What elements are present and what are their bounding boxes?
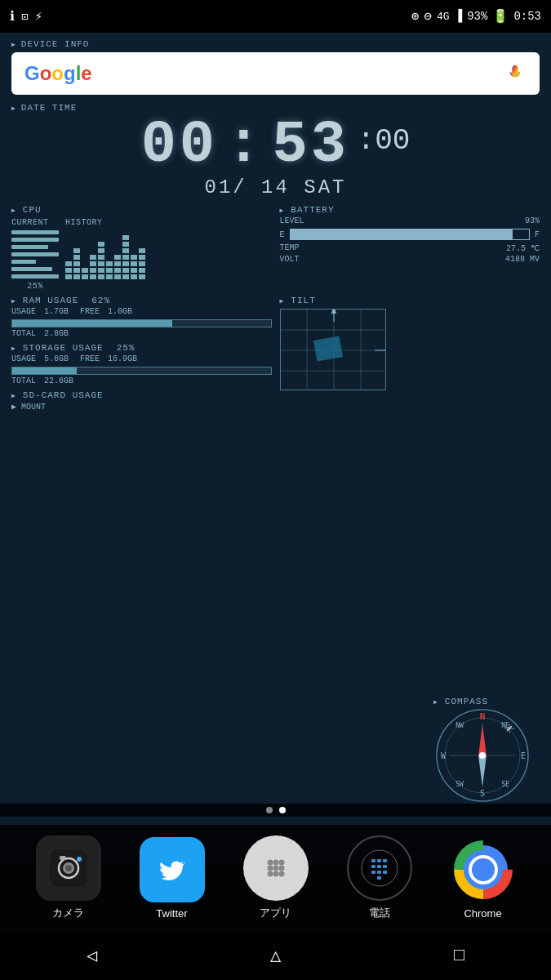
signal-icon: 4G	[437, 11, 450, 23]
storage-total-text: TOTAL 22.6GB	[11, 376, 272, 385]
svg-point-36	[77, 857, 82, 862]
info-icon: ℹ	[10, 8, 15, 24]
home-button[interactable]: △	[251, 939, 300, 972]
ram-section: RAM USAGE 62% USAGE 1.7GB FREE 1.0GB TOT…	[11, 296, 272, 338]
compass-svg: N S W E NE NW SE SW	[433, 706, 531, 804]
hcol-1	[65, 261, 72, 279]
svg-rect-51	[383, 859, 387, 862]
ram-total-text: TOTAL 2.8GB	[11, 329, 272, 338]
hcol-8	[122, 235, 129, 279]
svg-rect-50	[377, 859, 381, 862]
chrome-icon[interactable]	[451, 837, 516, 902]
compass-section: COMPASS N S W E NE NW SE	[433, 697, 540, 808]
dock-item-apps[interactable]: アプリ	[243, 835, 309, 920]
mic-icon[interactable]	[504, 62, 527, 85]
dock-item-chrome[interactable]: Chrome	[451, 837, 516, 920]
back-button[interactable]: ◁	[68, 939, 117, 972]
ram-progress-bg	[11, 319, 272, 327]
dnd-icon: ⊖	[424, 8, 432, 24]
right-tilt-col: TILT	[280, 296, 540, 416]
ram-tilt-row: RAM USAGE 62% USAGE 1.7GB FREE 1.0GB TOT…	[11, 296, 540, 416]
svg-point-45	[267, 871, 273, 877]
status-bar: ℹ ⊡ ⚡ ⊕ ⊖ 4G ▐ 93% 🔋 0:53	[0, 0, 551, 33]
cpu-current-area: CURRENT 25%	[11, 218, 59, 291]
battery-info: TEMP 27.5 ℃ VOLT 4188 MV	[280, 243, 540, 264]
battery-icon: 🔋	[492, 8, 509, 24]
camera-icon[interactable]	[36, 835, 101, 901]
phone-icon[interactable]	[347, 835, 412, 901]
storage-usage-text: USAGE 5.6GB FREE 16.9GB	[11, 354, 272, 363]
tilt-grid-svg	[281, 310, 386, 390]
svg-text:E: E	[521, 751, 526, 760]
clock-hours: 00	[141, 112, 218, 179]
svg-marker-11	[331, 310, 336, 314]
chrome-label: Chrome	[464, 907, 501, 920]
svg-rect-56	[377, 871, 381, 874]
svg-point-41	[278, 860, 284, 866]
hcol-3	[82, 268, 88, 279]
screenshot-icon: ⊡	[21, 10, 28, 24]
ram-progress-fill	[12, 320, 172, 327]
apps-icon[interactable]	[243, 835, 309, 901]
storage-section: STORAGE USAGE 25% USAGE 5.6GB FREE 16.9G…	[11, 343, 272, 385]
battery-level-value: 93%	[525, 216, 540, 225]
datetime-section: 00 : 53 :00 01/ 14 SAT	[11, 116, 540, 198]
hcol-4	[90, 255, 96, 279]
battery-label: BATTERY	[280, 205, 540, 215]
ram-label: RAM USAGE	[23, 296, 78, 305]
left-storage-col: RAM USAGE 62% USAGE 1.7GB FREE 1.0GB TOT…	[11, 296, 272, 416]
signal-bars: ▐	[455, 9, 463, 24]
battery-level-row: LEVEL 93%	[280, 216, 540, 225]
svg-rect-52	[371, 865, 375, 868]
volt-value: 4188 MV	[505, 255, 540, 264]
storage-label: STORAGE USAGE	[23, 343, 104, 353]
svg-rect-57	[383, 871, 387, 874]
google-search-bar[interactable]: Google	[11, 52, 540, 95]
twitter-icon[interactable]	[140, 837, 205, 902]
cpu-history-bars	[65, 230, 145, 279]
dock-item-phone[interactable]: 電話	[347, 835, 412, 920]
battery-bar-row: E F	[280, 229, 540, 240]
volt-label: VOLT	[280, 255, 300, 264]
cpu-seg-bars	[11, 230, 59, 278]
battery-percent: 93%	[467, 10, 487, 23]
tilt-grid	[280, 309, 386, 390]
svg-point-44	[278, 866, 284, 871]
ram-percent: 62%	[91, 296, 110, 305]
sdcard-label: SD-CARD USAGE	[23, 390, 104, 400]
seg-2	[11, 238, 59, 242]
cpu-percent: 25%	[11, 282, 59, 291]
hcol-10	[139, 248, 145, 279]
cpu-history-area: HISTORY	[65, 218, 145, 291]
svg-rect-54	[383, 865, 387, 868]
battery-bar-fill	[291, 229, 513, 239]
compass-widget: N S W E NE NW SE SW	[433, 706, 540, 808]
battery-volt-row: VOLT 4188 MV	[280, 255, 540, 264]
hcol-9	[131, 255, 137, 279]
svg-text:NW: NW	[455, 722, 464, 729]
svg-point-40	[273, 860, 278, 866]
svg-text:SE: SE	[501, 781, 509, 788]
svg-rect-55	[371, 871, 375, 874]
battery-f-label: F	[535, 230, 540, 239]
ram-label-row: RAM USAGE 62%	[11, 296, 272, 305]
recents-button[interactable]: □	[435, 939, 484, 972]
svg-text:SW: SW	[455, 781, 464, 788]
seg-4	[11, 252, 59, 256]
status-icons-left: ℹ ⊡ ⚡	[10, 8, 42, 24]
clock-status: 0:53	[513, 10, 541, 23]
cpu-graphs: CURRENT 25% HISTORY	[11, 218, 272, 291]
dock-item-twitter[interactable]: Twitter	[140, 837, 205, 920]
clock-minutes: 53	[273, 112, 349, 179]
hcol-7	[114, 255, 121, 279]
temp-label: TEMP	[280, 243, 300, 253]
twitter-label: Twitter	[156, 907, 187, 920]
clock-main: 00 : 53 :00	[11, 116, 540, 175]
clock-seconds: :00	[358, 124, 411, 158]
storage-progress-bg	[11, 367, 272, 375]
tilt-section: TILT	[280, 296, 540, 390]
svg-rect-53	[377, 865, 381, 868]
seg-6	[11, 267, 52, 271]
dock-item-camera[interactable]: カメラ	[36, 835, 101, 920]
svg-point-34	[65, 865, 72, 871]
